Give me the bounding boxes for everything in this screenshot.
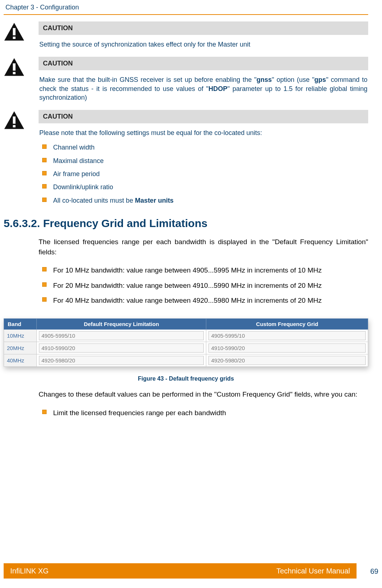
col-default: Default Frequency Limitation	[37, 318, 206, 329]
svg-rect-5	[13, 72, 15, 74]
bullet-icon	[42, 198, 47, 202]
bullet-icon	[42, 267, 47, 271]
bullet-icon	[42, 184, 47, 188]
footer-left: InfiLINK XG	[10, 567, 49, 575]
warning-icon	[4, 110, 29, 132]
caution-text: Make sure that the built-in GNSS receive…	[39, 70, 368, 102]
table-row: 20MHz	[4, 342, 368, 354]
custom-freq-input[interactable]	[208, 356, 366, 365]
section-heading: 5.6.3.2. Frequency Grid and Limitations	[4, 217, 368, 230]
bullet-icon	[42, 144, 47, 149]
svg-rect-1	[13, 28, 15, 35]
list-item: Maximal distance	[39, 154, 368, 167]
paragraph: Changes to these default values can be p…	[39, 389, 368, 400]
warning-icon	[4, 21, 29, 44]
col-custom: Custom Frequency Grid	[206, 318, 368, 329]
default-freq-input[interactable]	[39, 356, 204, 365]
svg-rect-4	[13, 63, 15, 71]
custom-freq-input[interactable]	[208, 343, 366, 353]
frequency-table: Band Default Frequency Limitation Custom…	[4, 318, 368, 367]
figure-caption: Figure 43 - Default frequency grids	[4, 376, 368, 382]
list-item: For 20 MHz bandwidth: value range betwee…	[39, 278, 368, 293]
band-cell: 20MHz	[4, 342, 37, 354]
footer-bar: InfiLINK XG Technical User Manual	[4, 563, 357, 579]
band-cell: 40MHz	[4, 354, 37, 366]
svg-rect-2	[13, 37, 15, 39]
paragraph: The licensed frequencies range per each …	[39, 237, 368, 257]
bullet-icon	[42, 282, 47, 287]
caution-text: Setting the source of synchronization ta…	[39, 35, 368, 49]
header-rule	[4, 14, 368, 15]
table-row: 10MHz	[4, 329, 368, 342]
bullet-icon	[42, 297, 47, 302]
col-band: Band	[4, 318, 37, 329]
bullet-icon	[42, 171, 47, 175]
default-freq-input[interactable]	[39, 343, 204, 353]
caution-label: CAUTION	[39, 21, 368, 35]
list-item: For 10 MHz bandwidth: value range betwee…	[39, 263, 368, 278]
bullet-icon	[42, 158, 47, 162]
custom-freq-input[interactable]	[208, 331, 366, 340]
bullet-icon	[42, 410, 47, 414]
band-cell: 10MHz	[4, 329, 37, 342]
caution-label: CAUTION	[39, 110, 368, 123]
table-row: 40MHz	[4, 354, 368, 366]
list-item: Limit the licensed frequencies range per…	[39, 405, 368, 421]
page-number: 69	[370, 567, 378, 576]
default-freq-input[interactable]	[39, 331, 204, 340]
warning-icon	[4, 57, 29, 79]
svg-rect-8	[13, 125, 15, 127]
chapter-header: Chapter 3 - Configuration	[4, 0, 368, 14]
list-item: All co-located units must be Master unit…	[39, 194, 368, 207]
caution-label: CAUTION	[39, 57, 368, 70]
list-item: For 40 MHz bandwidth: value range betwee…	[39, 293, 368, 308]
footer-right: Technical User Manual	[276, 567, 350, 575]
list-item: Channel width	[39, 141, 368, 154]
list-item: Air frame period	[39, 167, 368, 180]
caution-text: Please note that the following settings …	[39, 123, 368, 137]
svg-rect-7	[13, 116, 15, 124]
list-item: Downlink/uplink ratio	[39, 180, 368, 194]
